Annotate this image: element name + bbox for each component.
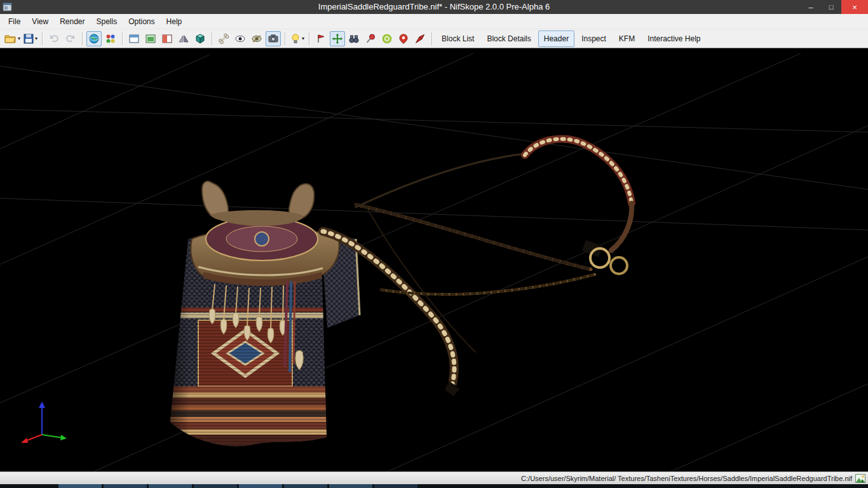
- move-tool-button[interactable]: [330, 31, 345, 46]
- screenshot-icon: [268, 33, 279, 44]
- screenshot-button[interactable]: [266, 31, 281, 46]
- taskbar-item[interactable]: [58, 484, 102, 488]
- axis-gizmo: [21, 402, 67, 443]
- bridle-headstall: [525, 139, 632, 257]
- save-file-icon: [23, 33, 34, 44]
- bone-icon: [218, 33, 229, 44]
- taskbar-item[interactable]: [239, 484, 282, 488]
- header-button[interactable]: Header: [538, 30, 574, 47]
- location-pin-icon: [398, 33, 409, 44]
- maximize-button[interactable]: □: [821, 0, 841, 14]
- taskbar-item[interactable]: [194, 484, 237, 488]
- hide-eye-icon: [251, 33, 262, 44]
- cube-icon: [194, 33, 206, 44]
- save-dropdown-caret[interactable]: ▾: [35, 36, 37, 41]
- render-world-button[interactable]: [86, 31, 102, 46]
- hide-eye-button[interactable]: [249, 31, 264, 46]
- taskbar-item[interactable]: [374, 484, 417, 488]
- toolbar-separator: [42, 32, 43, 45]
- toolbar-separator: [431, 32, 432, 45]
- status-image-icon: [855, 474, 865, 483]
- viewport-canvas: [0, 48, 868, 471]
- render-world-icon: [88, 33, 100, 44]
- menu-view[interactable]: View: [26, 15, 54, 29]
- nifskope-window: ImperialSaddleRedguardTribe.nif* - NifSk…: [0, 0, 868, 488]
- app-icon: [3, 2, 13, 12]
- block-colors-icon: [105, 33, 116, 44]
- lighting-icon: [290, 33, 301, 44]
- menu-options[interactable]: Options: [123, 15, 160, 29]
- redo-button[interactable]: [63, 31, 78, 46]
- panel-blue-button[interactable]: [126, 31, 142, 46]
- block-colors-button[interactable]: [103, 31, 118, 46]
- minimize-button[interactable]: –: [801, 0, 821, 14]
- dart-button[interactable]: [412, 31, 428, 46]
- menu-bar: File View Render Spells Options Help: [0, 14, 868, 29]
- panel-red-icon: [161, 33, 173, 44]
- saddle-model: [165, 139, 632, 449]
- viewport-grid: [0, 53, 868, 471]
- toolbar-separator: [285, 32, 285, 45]
- open-dropdown-caret[interactable]: ▾: [18, 36, 20, 41]
- open-file-icon: [4, 33, 17, 44]
- target-button[interactable]: [379, 31, 395, 46]
- block-details-button[interactable]: Block Details: [481, 30, 536, 47]
- image-icon: [855, 474, 865, 483]
- app-icon-glyph: [3, 2, 13, 12]
- target-icon: [381, 33, 393, 44]
- flag-icon: [315, 33, 327, 44]
- interactive-help-button[interactable]: Interactive Help: [642, 30, 706, 47]
- menu-render[interactable]: Render: [54, 15, 90, 29]
- dart-icon: [414, 33, 426, 44]
- panel-blue-icon: [128, 33, 140, 44]
- panel-red-button[interactable]: [159, 31, 175, 46]
- panel-green-button[interactable]: [143, 31, 158, 46]
- kfm-button[interactable]: KFM: [613, 30, 641, 47]
- toolbar-separator: [212, 32, 212, 45]
- window-controls: – □ ×: [801, 0, 868, 14]
- toolbar-separator: [82, 32, 83, 45]
- show-eye-button[interactable]: [233, 31, 248, 46]
- menu-spells[interactable]: Spells: [91, 15, 123, 29]
- window-title: ImperialSaddleRedguardTribe.nif* - NifSk…: [0, 0, 868, 14]
- flip-button[interactable]: [176, 31, 191, 46]
- viewport-3d[interactable]: [0, 48, 868, 471]
- taskbar-item[interactable]: [329, 484, 372, 488]
- panel-green-icon: [145, 33, 156, 44]
- binoculars-icon: [348, 33, 360, 44]
- inspect-button[interactable]: Inspect: [576, 30, 612, 47]
- taskbar-item[interactable]: [149, 484, 192, 488]
- menu-help[interactable]: Help: [161, 15, 188, 29]
- open-file-button[interactable]: ▾: [4, 31, 21, 46]
- lighting-button[interactable]: ▾: [289, 31, 305, 46]
- toolbar-separator: [122, 32, 123, 45]
- bridle-reins: [356, 154, 595, 352]
- undo-icon: [48, 33, 60, 44]
- status-bar: C:/Users/user/Skyrim/Material/ Textures/…: [0, 471, 868, 484]
- cube-button[interactable]: [193, 31, 208, 46]
- toolbar: ▾ ▾: [0, 29, 868, 48]
- flip-icon: [178, 33, 189, 44]
- title-bar[interactable]: ImperialSaddleRedguardTribe.nif* - NifSk…: [0, 0, 868, 14]
- bone-button[interactable]: [216, 31, 231, 46]
- undo-button[interactable]: [46, 31, 62, 46]
- taskbar-item[interactable]: [104, 484, 147, 488]
- redo-icon: [65, 33, 76, 44]
- block-list-button[interactable]: Block List: [436, 30, 480, 47]
- lighting-dropdown-caret[interactable]: ▾: [302, 36, 304, 41]
- pushpin-button[interactable]: [363, 31, 378, 46]
- pushpin-icon: [365, 33, 376, 44]
- menu-file[interactable]: File: [3, 15, 26, 29]
- status-file-path: C:/Users/user/Skyrim/Material/ Textures/…: [521, 475, 852, 482]
- close-button[interactable]: ×: [841, 0, 868, 14]
- taskbar-sliver: [0, 484, 868, 488]
- save-file-button[interactable]: ▾: [22, 31, 38, 46]
- binoculars-button[interactable]: [346, 31, 362, 46]
- location-pin-button[interactable]: [396, 31, 411, 46]
- move-tool-icon: [332, 33, 343, 44]
- toolbar-separator: [309, 32, 309, 45]
- taskbar-item[interactable]: [284, 484, 327, 488]
- flag-button[interactable]: [313, 31, 329, 46]
- show-eye-icon: [234, 33, 246, 44]
